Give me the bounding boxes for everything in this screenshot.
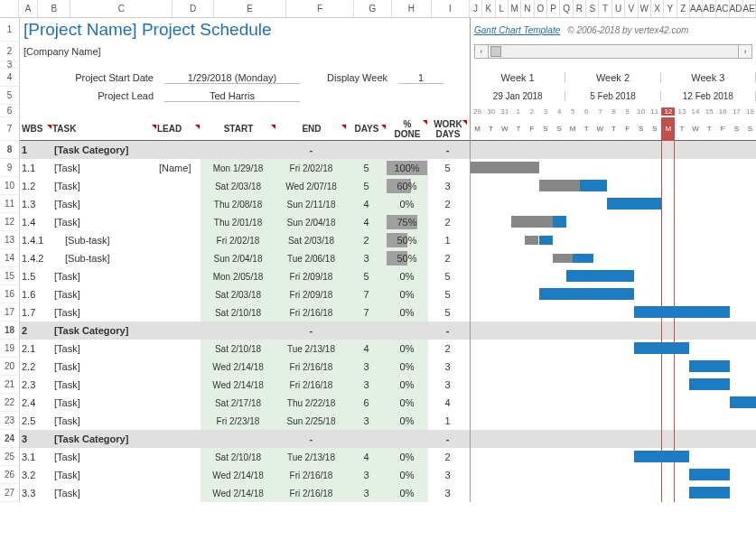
scroll-track[interactable]: [489, 44, 738, 59]
cell-wd[interactable]: -: [428, 321, 468, 340]
template-link[interactable]: Gantt Chart Template: [474, 25, 560, 35]
cell-start[interactable]: [201, 321, 276, 340]
cell-end[interactable]: Fri 2/02/18: [276, 159, 347, 177]
cell-task[interactable]: [Task]: [52, 466, 157, 484]
cell-task[interactable]: [Task Category]: [52, 321, 157, 340]
col-header-AC[interactable]: AC: [716, 0, 730, 17]
gantt-bar[interactable]: [634, 342, 688, 354]
cell-start[interactable]: Wed 2/14/18: [201, 466, 276, 484]
cell-end[interactable]: Sat 2/03/18: [276, 231, 347, 249]
gantt-bar[interactable]: [553, 216, 566, 228]
cell-task[interactable]: [Sub-task]: [52, 231, 157, 249]
cell-days[interactable]: 4: [347, 340, 387, 358]
cell-start[interactable]: Sat 2/17/18: [201, 394, 276, 412]
cell-lead[interactable]: [157, 267, 201, 285]
col-header-Y[interactable]: Y: [664, 0, 677, 17]
gantt-bar[interactable]: [689, 469, 730, 480]
col-header-L[interactable]: L: [496, 0, 509, 17]
col-header-M[interactable]: M: [509, 0, 521, 17]
header-days[interactable]: DAYS: [347, 124, 387, 134]
cell-start[interactable]: Thu 2/08/18: [201, 195, 276, 213]
row-header[interactable]: 20: [0, 358, 20, 376]
cell-start[interactable]: Wed 2/14/18: [201, 376, 276, 394]
col-header-O[interactable]: O: [535, 0, 547, 17]
cell-pct[interactable]: 60%: [387, 177, 428, 195]
cell-wbs[interactable]: 3: [20, 430, 52, 448]
cell-pct[interactable]: 0%: [387, 340, 428, 358]
cell-start[interactable]: Mon 1/29/18: [201, 159, 276, 177]
row-header[interactable]: 9: [0, 159, 20, 177]
cell-pct[interactable]: 0%: [387, 376, 428, 394]
cell-days[interactable]: 4: [347, 195, 387, 213]
cell-wbs[interactable]: 1.5: [20, 267, 52, 285]
cell-end[interactable]: -: [276, 430, 347, 448]
gantt-bar[interactable]: [573, 254, 593, 263]
row-header[interactable]: 21: [0, 376, 20, 394]
cell-start[interactable]: Sat 2/10/18: [201, 303, 276, 321]
cell-wbs[interactable]: 1.6: [20, 285, 52, 303]
cell-wbs[interactable]: 1: [20, 141, 52, 159]
cell-wd[interactable]: 3: [428, 376, 468, 394]
cell-end[interactable]: Sun 2/25/18: [276, 412, 347, 430]
row-header[interactable]: 24: [0, 430, 20, 448]
col-header-U[interactable]: U: [612, 0, 625, 17]
cell-start[interactable]: Sat 2/10/18: [201, 448, 276, 466]
cell-start[interactable]: Thu 2/01/18: [201, 213, 276, 231]
cell-days[interactable]: 7: [347, 285, 387, 303]
cell-end[interactable]: Sun 2/04/18: [276, 213, 347, 231]
cell-start[interactable]: Sat 2/10/18: [201, 340, 276, 358]
gantt-bar[interactable]: [634, 451, 688, 462]
gantt-bar[interactable]: [689, 487, 730, 498]
col-header-N[interactable]: N: [521, 0, 534, 17]
header-wbs[interactable]: WBS: [20, 124, 52, 134]
col-header-A[interactable]: A: [19, 0, 38, 17]
start-date-value[interactable]: 1/29/2018 (Monday): [164, 72, 300, 84]
col-header-K[interactable]: K: [482, 0, 495, 17]
col-header-C[interactable]: C: [70, 0, 173, 17]
cell-end[interactable]: -: [276, 321, 347, 340]
col-header-T[interactable]: T: [599, 0, 611, 17]
col-header-AB[interactable]: AB: [703, 0, 715, 17]
row-header[interactable]: 12: [0, 213, 20, 231]
cell-days[interactable]: 2: [347, 231, 387, 249]
col-header-E[interactable]: E: [214, 0, 286, 17]
cell-start[interactable]: Wed 2/14/18: [201, 358, 276, 376]
row-header[interactable]: 6: [0, 105, 20, 117]
cell-end[interactable]: Fri 2/16/18: [276, 303, 347, 321]
cell-start[interactable]: Sat 2/03/18: [201, 285, 276, 303]
cell-wd[interactable]: 3: [428, 466, 468, 484]
scroll-right-button[interactable]: ›: [738, 44, 752, 59]
gantt-bar[interactable]: [607, 198, 661, 210]
cell-task[interactable]: [Task]: [52, 285, 157, 303]
cell-task[interactable]: [Task]: [52, 358, 157, 376]
scroll-left-button[interactable]: ‹: [474, 44, 489, 59]
cell-wbs[interactable]: 1.4.1: [20, 231, 52, 249]
cell-wd[interactable]: 2: [428, 213, 468, 231]
cell-wd[interactable]: 2: [428, 340, 468, 358]
cell-wbs[interactable]: 1.7: [20, 303, 52, 321]
cell-pct[interactable]: [387, 430, 428, 448]
row-header[interactable]: 2: [0, 42, 20, 61]
cell-lead[interactable]: [157, 321, 201, 340]
row-header[interactable]: 8: [0, 141, 20, 159]
gantt-bar[interactable]: [689, 378, 730, 390]
gantt-bar-done[interactable]: [471, 162, 539, 173]
cell-task[interactable]: [Task]: [52, 303, 157, 321]
cell-days[interactable]: 3: [347, 466, 387, 484]
cell-end[interactable]: Tue 2/13/18: [276, 340, 347, 358]
cell-days[interactable]: 4: [347, 213, 387, 231]
cell-end[interactable]: Thu 2/22/18: [276, 394, 347, 412]
cell-start[interactable]: Sat 2/03/18: [201, 177, 276, 195]
col-header-S[interactable]: S: [586, 0, 599, 17]
cell-days[interactable]: 6: [347, 394, 387, 412]
lead-value[interactable]: Ted Harris: [164, 90, 300, 102]
row-header[interactable]: 26: [0, 466, 20, 484]
cell-task[interactable]: [Task]: [52, 394, 157, 412]
cell-lead[interactable]: [157, 340, 201, 358]
cell-pct[interactable]: [387, 321, 428, 340]
col-header-X[interactable]: X: [651, 0, 664, 17]
cell-pct[interactable]: 0%: [387, 195, 428, 213]
cell-task[interactable]: [Task Category]: [52, 430, 157, 448]
cell-end[interactable]: Tue 2/13/18: [276, 448, 347, 466]
cell-end[interactable]: -: [276, 141, 347, 159]
